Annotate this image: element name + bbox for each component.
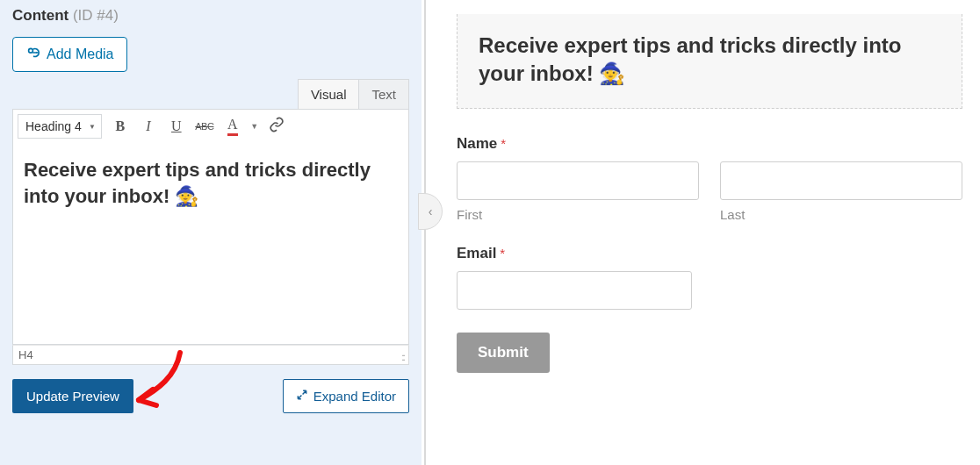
panel-title: Content xyxy=(12,7,68,24)
panel-header: Content (ID #4) xyxy=(12,7,409,25)
paragraph-selector[interactable]: Heading 4 xyxy=(18,114,102,139)
expand-icon xyxy=(296,389,308,404)
editor-content-area[interactable]: Receive expert tips and tricks directly … xyxy=(12,143,409,345)
tab-text[interactable]: Text xyxy=(359,79,409,109)
required-mark: * xyxy=(501,136,506,151)
media-icon xyxy=(25,45,41,64)
email-field: Email* xyxy=(457,245,962,310)
text-color-dropdown[interactable]: ▼ xyxy=(248,113,262,140)
link-button[interactable] xyxy=(263,113,290,140)
text-color-button[interactable]: A xyxy=(220,113,246,140)
panel-divider: ‹ xyxy=(422,0,439,465)
email-input[interactable] xyxy=(457,271,692,310)
submit-button[interactable]: Submit xyxy=(457,333,550,373)
panel-id-label: (ID #4) xyxy=(73,7,119,24)
first-name-sublabel: First xyxy=(457,207,699,222)
editor-toolbar: Heading 4 B I U ABC A ▼ xyxy=(12,109,409,143)
editor-panel: Content (ID #4) Add Media Visual Text He… xyxy=(0,0,422,465)
status-path: H4 xyxy=(18,348,33,361)
last-name-sublabel: Last xyxy=(720,207,962,222)
last-name-input[interactable] xyxy=(720,161,962,200)
add-media-label: Add Media xyxy=(47,46,114,62)
editor-status-bar: H4 ...... xyxy=(12,345,409,365)
link-icon xyxy=(269,117,285,136)
strikethrough-button[interactable]: ABC xyxy=(191,113,218,140)
editor-tabs: Visual Text xyxy=(12,79,409,109)
expand-editor-button[interactable]: Expand Editor xyxy=(283,379,409,413)
update-preview-button[interactable]: Update Preview xyxy=(12,379,133,413)
chevron-left-icon: ‹ xyxy=(429,204,433,218)
preview-panel: Receive expert tips and tricks directly … xyxy=(439,0,980,465)
required-mark: * xyxy=(500,246,505,261)
preview-heading-text: Receive expert tips and tricks directly … xyxy=(479,32,940,89)
tab-visual[interactable]: Visual xyxy=(298,79,360,109)
add-media-button[interactable]: Add Media xyxy=(12,37,127,72)
underline-button[interactable]: U xyxy=(163,113,190,140)
italic-button[interactable]: I xyxy=(135,113,162,140)
bold-button[interactable]: B xyxy=(107,113,133,140)
email-label: Email xyxy=(457,245,496,262)
collapse-handle[interactable]: ‹ xyxy=(418,193,443,230)
name-field: Name* First Last xyxy=(457,135,962,222)
panel-footer: Update Preview Expand Editor xyxy=(12,379,409,413)
expand-editor-label: Expand Editor xyxy=(313,389,396,404)
name-label: Name xyxy=(457,135,497,153)
editor-text: Receive expert tips and tricks directly … xyxy=(24,157,398,209)
preview-heading-block: Receive expert tips and tricks directly … xyxy=(457,14,962,109)
first-name-input[interactable] xyxy=(457,161,699,200)
svg-point-0 xyxy=(29,48,33,53)
svg-point-1 xyxy=(36,52,38,54)
